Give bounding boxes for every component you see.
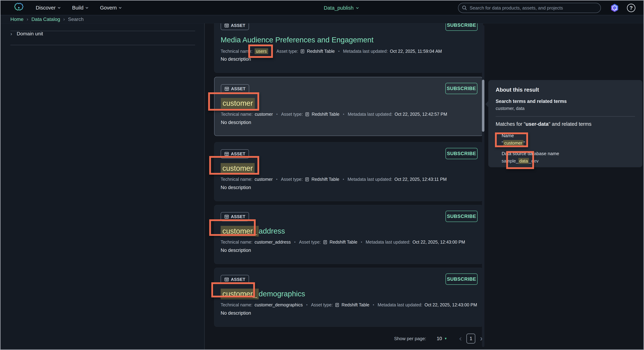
help-icon[interactable]: ?	[627, 4, 636, 12]
result-card-selected[interactable]: ASSET SUBSCRIBE customer Technical name:…	[214, 77, 483, 136]
table-icon	[224, 277, 229, 282]
redshift-table-icon	[305, 177, 309, 182]
asset-title[interactable]: customer_address	[221, 226, 285, 236]
per-page-select[interactable]: 10 ▼	[437, 336, 447, 342]
subscribe-button[interactable]: SUBSCRIBE	[446, 211, 478, 222]
global-search[interactable]	[458, 3, 601, 13]
asset-meta: Technical name: customer • Asset type: R…	[221, 177, 446, 182]
nav-item-build[interactable]: Build	[72, 5, 89, 11]
per-page-value: 10	[437, 336, 442, 342]
breadcrumb-home[interactable]: Home	[10, 16, 24, 22]
match-name-label: Name	[502, 133, 635, 138]
result-card[interactable]: ASSET SUBSCRIBE Media Audience Preferenc…	[214, 23, 483, 73]
asset-badge-label: ASSET	[231, 86, 246, 91]
nav-menu: Discover Build Govern	[36, 5, 122, 11]
nav-item-label: Govern	[100, 5, 117, 11]
asset-meta: Technical name: customer • Asset type: R…	[221, 112, 447, 117]
sidebar-item-label: Domain unit	[17, 31, 43, 36]
asset-description: No description	[221, 56, 251, 62]
subscribe-button[interactable]: SUBSCRIBE	[446, 274, 478, 285]
subscribe-button[interactable]: SUBSCRIBE	[446, 148, 478, 159]
table-icon	[224, 23, 229, 28]
result-card[interactable]: ASSET SUBSCRIBE customer_address Technic…	[214, 205, 483, 264]
caret-down-icon: ▼	[444, 337, 447, 341]
show-per-page-label: Show per page:	[394, 336, 426, 342]
pagination: Show per page: 10 ▼ ‹ 1 ›	[214, 333, 483, 344]
scrollbar-thumb[interactable]	[482, 80, 484, 132]
asset-badge: ASSET	[221, 84, 249, 93]
asset-description: No description	[221, 311, 251, 316]
table-icon	[224, 151, 229, 156]
asset-description: No description	[221, 120, 251, 125]
search-terms-title: Search terms and related terms	[496, 99, 635, 104]
page-number[interactable]: 1	[466, 334, 475, 344]
asset-badge-label: ASSET	[231, 23, 246, 28]
app-root: Discover Build Govern Data_publish	[0, 0, 644, 350]
table-icon	[224, 86, 229, 91]
breadcrumb-data-catalog[interactable]: Data Catalog	[31, 16, 60, 22]
asset-badge: ASSET	[221, 23, 249, 30]
project-name: Data_publish	[324, 5, 354, 11]
search-results: ASSET SUBSCRIBE Media Audience Preferenc…	[205, 23, 644, 350]
redshift-table-icon	[323, 240, 328, 245]
divider	[496, 116, 635, 117]
match-name-value: "customer"	[502, 141, 635, 146]
redshift-table-icon	[305, 112, 310, 117]
chevron-down-icon	[57, 6, 61, 9]
match-db-value: sample_data_dev	[502, 158, 635, 164]
project-selector[interactable]: Data_publish	[324, 0, 359, 15]
subscribe-button[interactable]: SUBSCRIBE	[445, 83, 477, 94]
asset-meta: Technical name: users • Asset type: Reds…	[221, 48, 442, 54]
chevron-right-icon: ›	[63, 16, 65, 22]
asset-badge: ASSET	[221, 275, 249, 284]
asset-meta: Technical name: customer_demographics • …	[221, 302, 477, 308]
amazon-q-icon[interactable]	[610, 3, 619, 12]
help-glyph: ?	[630, 5, 633, 11]
nav-item-discover[interactable]: Discover	[36, 5, 61, 11]
asset-meta: Technical name: customer_address • Asset…	[221, 240, 465, 245]
panel-title: About this result	[496, 87, 635, 93]
search-icon	[462, 5, 467, 10]
scrollbar-track[interactable]	[482, 25, 484, 347]
asset-title[interactable]: customer_demographics	[221, 289, 305, 299]
asset-badge-label: ASSET	[231, 277, 246, 282]
asset-badge-label: ASSET	[231, 151, 246, 156]
asset-description: No description	[221, 248, 251, 253]
asset-badge: ASSET	[221, 212, 249, 221]
sidebar-item-domain-unit[interactable]: › Domain unit	[10, 31, 43, 37]
match-db-label: Data source database name	[502, 151, 635, 156]
search-input[interactable]	[470, 5, 597, 11]
breadcrumb: Home › Data Catalog › Search	[0, 15, 644, 23]
asset-title[interactable]: Media Audience Preferences and Engagemen…	[221, 35, 374, 45]
nav-item-label: Build	[72, 5, 84, 11]
subscribe-button[interactable]: SUBSCRIBE	[446, 23, 478, 31]
datazone-logo-icon[interactable]	[14, 2, 24, 13]
nav-item-govern[interactable]: Govern	[100, 5, 122, 11]
redshift-table-icon	[335, 303, 340, 307]
filter-sidebar: › Domain unit	[0, 23, 205, 350]
panel-pointer	[485, 101, 489, 107]
previous-page-icon[interactable]: ‹	[459, 335, 462, 343]
result-card[interactable]: ASSET SUBSCRIBE customer_demographics Te…	[214, 268, 483, 327]
asset-title[interactable]: customer	[221, 163, 254, 174]
chevron-down-icon	[356, 6, 359, 10]
about-result-panel: About this result Search terms and relat…	[488, 80, 642, 167]
chevron-right-icon: ›	[10, 31, 12, 37]
chevron-right-icon: ›	[27, 16, 28, 22]
table-icon	[224, 214, 229, 219]
asset-badge-label: ASSET	[231, 214, 246, 219]
asset-title[interactable]: customer	[221, 98, 255, 108]
chevron-down-icon	[85, 6, 89, 9]
asset-description: No description	[221, 185, 251, 190]
matches-heading: Matches for "user-data" and related term…	[496, 121, 635, 127]
asset-badge: ASSET	[221, 149, 249, 158]
result-card[interactable]: ASSET SUBSCRIBE customer Technical name:…	[214, 142, 483, 201]
redshift-table-icon	[300, 49, 305, 54]
breadcrumb-current: Search	[68, 16, 84, 22]
nav-item-label: Discover	[36, 5, 56, 11]
search-terms-value: customer, data	[496, 106, 635, 111]
divider	[10, 45, 195, 45]
chevron-down-icon	[118, 6, 122, 9]
